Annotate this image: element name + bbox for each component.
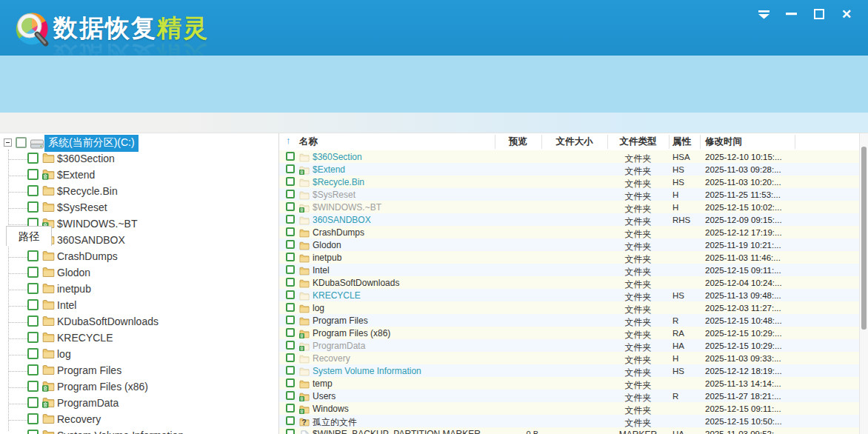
scrollbar-thumb[interactable]: [861, 147, 867, 330]
tree-item[interactable]: Glodon: [0, 265, 278, 281]
file-name[interactable]: Intel: [313, 265, 330, 276]
file-name[interactable]: ProgramData: [313, 341, 365, 351]
file-name[interactable]: Program Files: [313, 316, 368, 326]
tree-item-label[interactable]: 360SANDBOX: [57, 234, 125, 246]
file-name[interactable]: Users: [313, 391, 335, 401]
tree-item[interactable]: KRECYCLE: [0, 330, 278, 347]
table-row[interactable]: $Recycle.Bin文件夹HS2025-11-03 10:20:...: [279, 176, 859, 188]
row-checkbox[interactable]: [286, 152, 295, 161]
tree-item-label[interactable]: KDubaSoftDownloads: [57, 316, 158, 327]
row-checkbox[interactable]: [286, 316, 295, 324]
table-row[interactable]: temp文件夹2025-11-13 14:14:...: [279, 377, 859, 390]
tree-item-checkbox[interactable]: [27, 267, 39, 278]
tree-item[interactable]: inetpub: [0, 281, 278, 298]
sort-ascending-icon[interactable]: ↑: [286, 135, 291, 146]
file-name[interactable]: CrashDumps: [313, 227, 364, 238]
maximize-button[interactable]: [807, 3, 832, 25]
row-checkbox[interactable]: [286, 353, 295, 362]
file-name[interactable]: inetpub: [313, 253, 341, 263]
row-checkbox[interactable]: [286, 190, 295, 198]
table-row[interactable]: Intel文件夹2025-12-15 09:11:...: [279, 264, 859, 276]
table-row[interactable]: $360Section文件夹HSA2025-12-10 10:15:...: [279, 150, 859, 163]
row-checkbox[interactable]: [286, 164, 295, 173]
row-checkbox[interactable]: [286, 227, 295, 236]
tree-item[interactable]: $SysReset: [0, 200, 278, 216]
table-row[interactable]: log文件夹2025-12-03 11:27:...: [279, 301, 859, 314]
row-checkbox[interactable]: [286, 253, 295, 261]
tree-item[interactable]: $Extend: [0, 167, 278, 184]
row-checkbox[interactable]: [286, 378, 295, 387]
tree-item-checkbox[interactable]: [27, 413, 39, 424]
tree-item[interactable]: CrashDumps: [0, 249, 278, 265]
row-checkbox[interactable]: [286, 341, 295, 350]
row-checkbox[interactable]: [286, 215, 295, 224]
file-name[interactable]: KDubaSoftDownloads: [313, 278, 399, 288]
tree-item-checkbox[interactable]: [27, 153, 39, 164]
table-row[interactable]: KRECYCLE文件夹HS2025-11-13 09:48:...: [279, 289, 859, 301]
column-header-preview[interactable]: 预览: [495, 136, 541, 148]
column-header-size[interactable]: 文件大小: [541, 136, 607, 148]
minimize-button[interactable]: [778, 3, 804, 25]
tree-item-checkbox[interactable]: [27, 316, 39, 327]
tree-item-checkbox[interactable]: [27, 169, 39, 180]
tree-item[interactable]: KDubaSoftDownloads: [0, 314, 278, 330]
row-checkbox[interactable]: [286, 303, 295, 312]
row-checkbox[interactable]: [286, 265, 295, 274]
file-name[interactable]: $WINRE_BACKUP_PARTITION.MARKER: [313, 429, 481, 434]
table-row[interactable]: Program Files (x86)文件夹RA2025-12-15 10:29…: [279, 327, 859, 339]
table-row[interactable]: ?孤立的文件文件夹2025-12-15 10:50:...: [279, 415, 859, 427]
tree-item[interactable]: Program Files: [0, 363, 278, 379]
column-header-name[interactable]: 名称: [299, 136, 318, 148]
table-row[interactable]: KDubaSoftDownloads文件夹2025-12-04 10:24:..…: [279, 276, 859, 289]
file-name[interactable]: temp: [313, 378, 333, 389]
table-row[interactable]: $SysReset文件夹H2025-11-25 11:53:...: [279, 188, 859, 201]
tree-item-label[interactable]: log: [57, 348, 71, 360]
tree-item-label[interactable]: System Volume Information: [57, 430, 184, 434]
column-header-attr[interactable]: 属性: [670, 136, 701, 148]
tree-item-label[interactable]: Program Files: [57, 364, 121, 376]
table-row[interactable]: Program Files文件夹R2025-12-15 10:48:...: [279, 314, 859, 327]
table-row[interactable]: Recovery文件夹H2025-11-03 09:33:...: [279, 352, 859, 364]
tree-item-checkbox[interactable]: [27, 364, 39, 375]
row-checkbox[interactable]: [286, 290, 295, 299]
file-name[interactable]: log: [313, 303, 324, 313]
file-name[interactable]: System Volume Information: [313, 366, 421, 376]
table-row[interactable]: Windows文件夹2025-12-15 09:11:...: [279, 402, 859, 415]
tree-item[interactable]: $Recycle.Bin: [0, 184, 278, 200]
tree-item[interactable]: $360Section: [0, 151, 278, 167]
row-checkbox[interactable]: [286, 177, 295, 186]
collapse-icon[interactable]: [4, 138, 12, 147]
tree-item-label[interactable]: KRECYCLE: [57, 332, 113, 344]
table-row[interactable]: CrashDumps文件夹2025-12-12 17:19:...: [279, 226, 859, 238]
table-row[interactable]: $Extend文件夹HS2025-11-03 09:28:...: [279, 163, 859, 176]
table-row[interactable]: ProgramData文件夹HA2025-12-15 10:29:...: [279, 339, 859, 352]
tree-item-label[interactable]: Program Files (x86): [57, 381, 148, 393]
tree-item[interactable]: Recovery: [0, 412, 278, 428]
tree-item-label[interactable]: Glodon: [57, 267, 90, 278]
table-row[interactable]: System Volume Information文件夹HS2025-12-12…: [279, 364, 859, 377]
vertical-scrollbar[interactable]: [859, 133, 868, 434]
row-checkbox[interactable]: [286, 404, 295, 413]
tree-item-checkbox[interactable]: [27, 381, 39, 392]
file-name[interactable]: $360Section: [313, 152, 362, 162]
tree-item-checkbox[interactable]: [27, 283, 39, 294]
row-checkbox[interactable]: [286, 278, 295, 287]
tree-item-label[interactable]: Recovery: [57, 413, 101, 425]
tree-item[interactable]: log: [0, 347, 278, 363]
tree-item[interactable]: ProgramData: [0, 395, 278, 412]
tree-item-label[interactable]: $Extend: [57, 169, 95, 181]
row-checkbox[interactable]: [286, 429, 295, 434]
table-row[interactable]: 360SANDBOX文件夹RHS2025-12-09 09:15:...: [279, 213, 859, 226]
row-checkbox[interactable]: [286, 240, 295, 249]
tab-path[interactable]: 路径: [6, 226, 52, 246]
file-name[interactable]: $Recycle.Bin: [313, 177, 364, 187]
tree-item-checkbox[interactable]: [27, 332, 39, 343]
row-checkbox[interactable]: [286, 202, 295, 211]
table-row[interactable]: $WINRE_BACKUP_PARTITION.MARKER0 BMARKERH…: [279, 427, 859, 434]
tree-item-checkbox[interactable]: [27, 348, 39, 359]
file-name[interactable]: KRECYCLE: [313, 290, 361, 301]
table-row[interactable]: Users文件夹R2025-11-27 18:21:...: [279, 390, 859, 402]
tree-item-label[interactable]: $WINDOWS.~BT: [57, 218, 138, 230]
tree-item-label[interactable]: $360Section: [57, 153, 115, 164]
tree-item-checkbox[interactable]: [27, 397, 39, 408]
